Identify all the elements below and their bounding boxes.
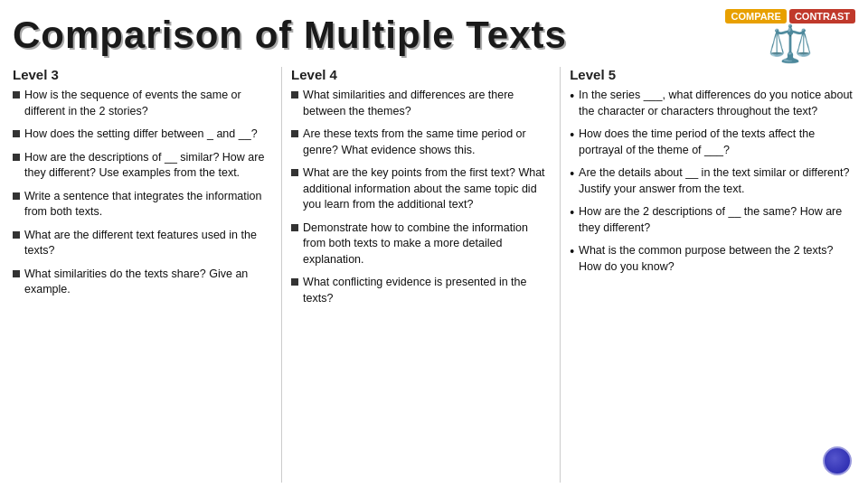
title-area: Comparison of Multiple Texts COMPARE CON… bbox=[13, 9, 855, 61]
level3-list: How is the sequence of events the same o… bbox=[13, 88, 272, 298]
bullet-icon bbox=[13, 231, 20, 239]
circle-decoration-icon bbox=[823, 446, 852, 475]
list-item: • How are the 2 descriptions of __ the s… bbox=[570, 204, 855, 236]
list-item: • What is the common purpose between the… bbox=[570, 243, 855, 275]
columns: Level 3 How is the sequence of events th… bbox=[13, 67, 855, 483]
bullet-icon bbox=[13, 154, 20, 161]
list-item: Write a sentence that integrates the inf… bbox=[13, 189, 272, 221]
list-item: Demonstrate how to combine the informati… bbox=[291, 221, 551, 268]
page-title: Comparison of Multiple Texts bbox=[13, 16, 567, 54]
bullet-icon bbox=[13, 130, 20, 137]
list-item: How is the sequence of events the same o… bbox=[13, 88, 272, 119]
level3-column: Level 3 How is the sequence of events th… bbox=[13, 67, 272, 483]
level5-list: • In the series ___, what differences do… bbox=[570, 88, 855, 275]
bullet-icon bbox=[13, 192, 20, 200]
list-item: How are the descriptions of __ similar? … bbox=[13, 150, 272, 182]
list-item: • Are the details about __ in the text s… bbox=[570, 165, 855, 197]
level5-header: Level 5 bbox=[570, 67, 855, 82]
page: Comparison of Multiple Texts COMPARE CON… bbox=[0, 0, 868, 488]
bullet-icon bbox=[13, 270, 20, 277]
bullet-icon bbox=[291, 224, 298, 231]
badges: COMPARE CONTRAST bbox=[725, 9, 855, 23]
contrast-badge: CONTRAST bbox=[789, 9, 855, 23]
list-item: What are the key points from the first t… bbox=[291, 165, 551, 213]
bullet-icon bbox=[13, 91, 20, 99]
bullet-icon: • bbox=[570, 88, 574, 119]
list-item: • In the series ___, what differences do… bbox=[570, 88, 855, 119]
bullet-icon: • bbox=[570, 127, 574, 158]
compare-badge: COMPARE bbox=[725, 9, 786, 23]
bullet-icon bbox=[291, 130, 298, 137]
bullet-icon: • bbox=[570, 165, 574, 197]
list-item: What similarities and differences are th… bbox=[291, 88, 551, 119]
scale-icon: ⚖️ bbox=[768, 25, 813, 61]
list-item: What conflicting evidence is presented i… bbox=[291, 275, 551, 306]
bullet-icon bbox=[291, 278, 298, 286]
level3-header: Level 3 bbox=[13, 67, 272, 82]
divider bbox=[281, 67, 282, 483]
bullet-icon bbox=[291, 169, 298, 176]
list-item: How does the setting differ between _ an… bbox=[13, 127, 272, 143]
level4-list: What similarities and differences are th… bbox=[291, 88, 551, 306]
list-item: • How does the time period of the texts … bbox=[570, 127, 855, 158]
logo-area: COMPARE CONTRAST ⚖️ bbox=[725, 9, 855, 61]
list-item: What are the different text features use… bbox=[13, 228, 272, 259]
divider bbox=[560, 67, 561, 483]
bullet-icon bbox=[291, 91, 298, 99]
list-item: Are these texts from the same time perio… bbox=[291, 127, 551, 158]
level5-column: Level 5 • In the series ___, what differ… bbox=[570, 67, 855, 483]
list-item: What similarities do the texts share? Gi… bbox=[13, 267, 272, 298]
level4-column: Level 4 What similarities and difference… bbox=[291, 67, 551, 483]
level4-header: Level 4 bbox=[291, 67, 551, 82]
bullet-icon: • bbox=[570, 243, 574, 275]
bullet-icon: • bbox=[570, 204, 574, 236]
